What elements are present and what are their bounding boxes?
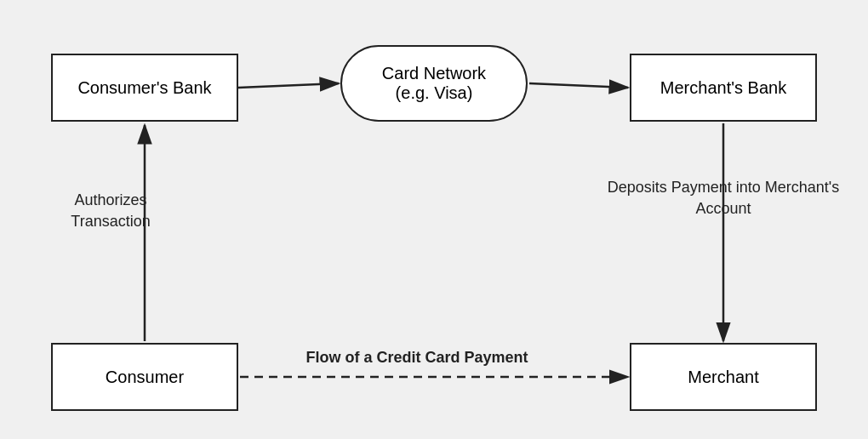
- flow-label: Flow of a Credit Card Payment: [238, 347, 596, 368]
- consumer-box: Consumer: [51, 343, 238, 411]
- merchant-label: Merchant: [688, 368, 758, 387]
- svg-line-3: [529, 83, 628, 88]
- consumers-bank-box: Consumer's Bank: [51, 54, 238, 122]
- merchants-bank-label: Merchant's Bank: [660, 78, 786, 98]
- diagram: Consumer's Bank Card Network(e.g. Visa) …: [26, 20, 842, 419]
- authorizes-label: Authorizes Transaction: [38, 190, 183, 232]
- deposits-label: Deposits Payment into Merchant's Account: [604, 177, 842, 220]
- merchants-bank-box: Merchant's Bank: [630, 54, 817, 122]
- consumers-bank-label: Consumer's Bank: [77, 78, 211, 98]
- consumer-label: Consumer: [106, 368, 184, 387]
- merchant-box: Merchant: [630, 343, 817, 411]
- svg-line-2: [238, 83, 339, 88]
- card-network-label: Card Network(e.g. Visa): [382, 64, 486, 103]
- card-network-box: Card Network(e.g. Visa): [340, 45, 528, 122]
